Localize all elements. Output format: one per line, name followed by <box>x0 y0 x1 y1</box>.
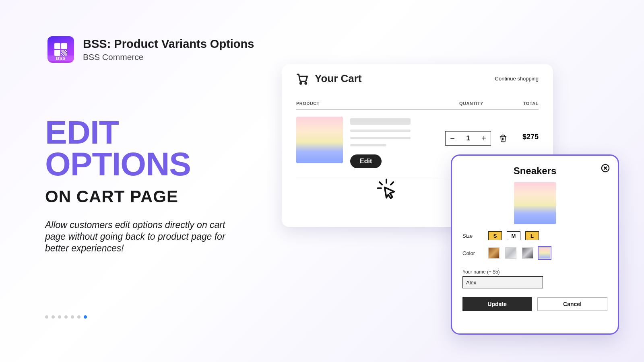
brand-subtitle: BSS Commerce <box>83 52 254 62</box>
line-total: $275 <box>518 117 539 141</box>
update-button[interactable]: Update <box>462 297 532 311</box>
placeholder-text <box>350 118 411 125</box>
brand-logo-tag: BSS <box>47 56 74 61</box>
pagination-dot[interactable] <box>58 315 61 319</box>
cart-icon <box>296 73 308 85</box>
pagination-dot[interactable] <box>52 315 55 319</box>
name-input[interactable] <box>462 276 543 288</box>
name-field-label: Your name (+ $5) <box>462 269 607 275</box>
color-option-label: Color <box>462 250 488 256</box>
hero-subhead: ON CART PAGE <box>45 187 234 206</box>
edit-options-button[interactable]: Edit <box>350 154 382 168</box>
continue-shopping-link[interactable]: Continue shopping <box>495 76 539 82</box>
quantity-increment-button[interactable]: + <box>477 132 491 145</box>
brand-header: BSS BSS: Product Variants Options BSS Co… <box>47 36 254 63</box>
quantity-decrement-button[interactable]: − <box>446 132 459 145</box>
color-swatch-1[interactable] <box>488 247 500 259</box>
svg-line-5 <box>380 182 382 185</box>
svg-line-6 <box>391 182 394 185</box>
dialog-title: Sneakers <box>462 165 607 177</box>
edit-options-dialog: Sneakers Size S M L Color Your name (+ $… <box>451 154 619 335</box>
cancel-button[interactable]: Cancel <box>537 297 607 311</box>
color-swatch-2[interactable] <box>505 247 516 259</box>
pagination-dot[interactable] <box>64 315 68 319</box>
placeholder-text <box>350 130 411 132</box>
col-product: PRODUCT <box>296 101 445 106</box>
color-swatch-4[interactable] <box>539 247 550 259</box>
hero-description: Allow customers edit options directly on… <box>45 219 234 254</box>
pagination-dot[interactable] <box>84 315 87 319</box>
cart-title: Your Cart <box>315 72 362 85</box>
color-swatch-3[interactable] <box>522 247 533 259</box>
pagination-dot[interactable] <box>77 315 80 319</box>
cart-column-headers: PRODUCT QUANTITY TOTAL <box>296 101 539 109</box>
svg-point-1 <box>305 82 307 84</box>
col-quantity: QUANTITY <box>445 101 497 106</box>
svg-point-0 <box>300 82 301 84</box>
hero-headline-line1: EDIT <box>45 114 119 150</box>
hero-copy: EDIT OPTIONS ON CART PAGE Allow customer… <box>45 117 234 254</box>
placeholder-text <box>350 144 386 146</box>
size-option-l[interactable]: L <box>525 231 539 240</box>
size-option-s[interactable]: S <box>488 231 502 240</box>
cursor-click-icon <box>374 177 398 201</box>
carousel-pagination[interactable] <box>45 315 87 319</box>
brand-logo-icon: BSS <box>47 36 74 63</box>
product-thumbnail <box>296 117 343 163</box>
pagination-dot[interactable] <box>71 315 74 319</box>
quantity-stepper[interactable]: − 1 + <box>445 131 491 146</box>
size-option-label: Size <box>462 233 488 239</box>
brand-title: BSS: Product Variants Options <box>83 37 254 51</box>
quantity-value: 1 <box>459 135 477 142</box>
remove-item-button[interactable] <box>499 134 507 142</box>
close-dialog-button[interactable] <box>601 164 610 173</box>
close-icon <box>601 164 610 173</box>
size-option-m[interactable]: M <box>507 231 520 240</box>
trash-icon <box>499 134 507 142</box>
hero-headline-line2: OPTIONS <box>45 146 191 182</box>
dialog-product-image <box>514 182 556 224</box>
col-total: TOTAL <box>497 101 539 106</box>
placeholder-text <box>350 137 411 139</box>
pagination-dot[interactable] <box>45 315 48 319</box>
